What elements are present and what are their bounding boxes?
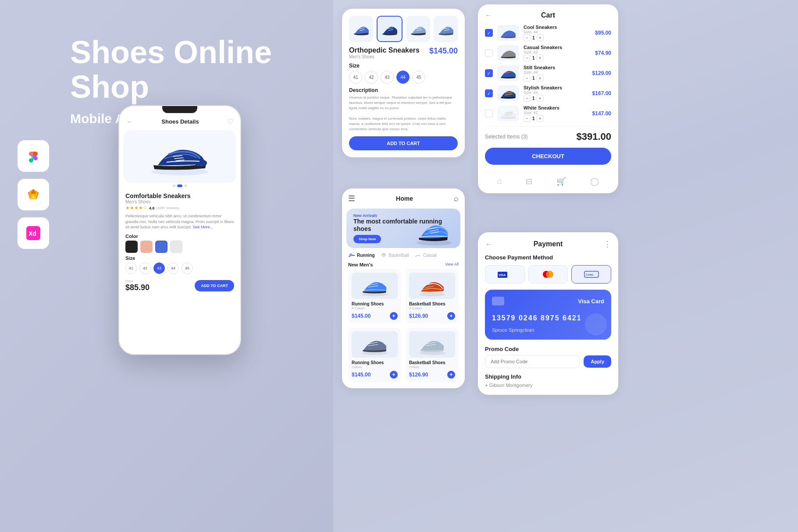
pd-size-44[interactable]: 44	[396, 71, 410, 84]
size-label-phone: Size	[119, 254, 240, 262]
home-nav-icon[interactable]: ⌂	[497, 177, 502, 186]
size-44[interactable]: 44	[167, 262, 179, 274]
size-43[interactable]: 43	[153, 262, 165, 274]
color-label: Color	[119, 232, 240, 240]
qty-plus-4[interactable]: +	[537, 95, 544, 102]
cart-check-1[interactable]: ✓	[485, 29, 493, 37]
pd-size-45[interactable]: 45	[412, 71, 425, 84]
shop-now-button[interactable]: Shop Now	[353, 235, 381, 243]
thumb-4[interactable]	[434, 16, 458, 42]
qty-minus-5[interactable]: −	[524, 115, 531, 122]
cart-item-5-qty: − 1 +	[524, 115, 588, 122]
cart-check-5[interactable]	[485, 110, 493, 117]
payment-method-1[interactable]: VISA	[485, 265, 525, 284]
qty-minus-2[interactable]: −	[524, 54, 531, 61]
cart-total: Selected Items (3) $391.00	[485, 131, 611, 142]
bookmark-nav-icon[interactable]: ⊟	[526, 177, 532, 186]
product-tile-running-2[interactable]: Running Shoes Colors $145.00 +	[348, 328, 401, 382]
cart-item-1-price: $95.00	[595, 30, 611, 36]
pd-size-43[interactable]: 43	[381, 71, 394, 84]
rating-row: ★★★★☆ 4.6 (4267 reviews)	[125, 205, 234, 211]
view-all-link[interactable]: View All	[445, 262, 459, 267]
shipping-section: Shipping Info + Gibson Montgomery	[485, 373, 611, 388]
payment-title: Payment	[534, 240, 563, 248]
home-header: ☰ Home ⌕	[342, 188, 465, 209]
cart-check-4[interactable]: ✓	[485, 89, 493, 97]
phone-notch	[162, 106, 197, 113]
promo-input[interactable]	[485, 355, 580, 368]
sketch-icon[interactable]	[18, 179, 49, 210]
search-icon[interactable]: ⌕	[454, 194, 459, 203]
size-45[interactable]: 45	[182, 262, 193, 274]
apply-button[interactable]: Apply	[584, 355, 611, 368]
cat-basketball[interactable]: Basketball	[380, 252, 409, 258]
xd-icon[interactable]: Xd	[18, 217, 49, 249]
cart-nav-icon[interactable]: 🛒	[556, 177, 566, 186]
pd-size-41[interactable]: 41	[349, 71, 362, 84]
color-white[interactable]	[170, 241, 182, 253]
thumb-3[interactable]	[406, 16, 430, 42]
add-to-cart-button[interactable]: ADD TO CART	[195, 280, 234, 291]
back-arrow-icon[interactable]: ←	[126, 118, 133, 126]
see-more-link[interactable]: See More...	[193, 225, 214, 229]
basketball-shoe-colors: 2 Colors	[409, 306, 455, 310]
cart-item-4-price: $167.00	[592, 90, 611, 96]
cat-running[interactable]: Running	[348, 252, 375, 258]
product-tile-basketball[interactable]: Basketball Shoes 2 Colors $126.90 +	[406, 269, 459, 323]
add-basketball-shoe-2-btn[interactable]: +	[447, 371, 455, 379]
figma-icon[interactable]	[18, 140, 49, 172]
add-running-shoe-2-btn[interactable]: +	[390, 371, 398, 379]
basketball-shoe-image	[409, 273, 455, 299]
cat-casual[interactable]: Casual	[414, 252, 437, 258]
cart-item-3-name: Still Sneakers	[524, 65, 588, 70]
cart-back-icon[interactable]: ←	[485, 11, 492, 19]
pd-size-42[interactable]: 42	[365, 71, 378, 84]
add-to-cart-btn[interactable]: ADD TO CART	[349, 136, 458, 150]
payment-method-3[interactable]: CARD	[571, 265, 611, 284]
qty-plus-5[interactable]: +	[537, 115, 544, 122]
phone-product-name: Comfortable Sneakers	[125, 192, 234, 199]
thumb-1[interactable]	[349, 16, 373, 42]
shipping-label: Shipping Info	[485, 373, 611, 380]
color-pink[interactable]	[140, 241, 153, 253]
profile-nav-icon[interactable]: ◯	[590, 177, 599, 186]
heart-icon[interactable]: ♡	[227, 117, 233, 126]
product-category: Men's Shoes	[349, 54, 420, 59]
cart-screen: ← Cart ✓ Cool Sneakers Size: 44 − 1 + $9…	[478, 4, 618, 193]
phone-product-category: Men's Shoes	[125, 199, 234, 204]
product-tile-running[interactable]: Running Shoes 4 Colors $145.00 +	[348, 269, 401, 323]
product-tile-basketball-2[interactable]: Basketball Shoes Colors $126.90 +	[406, 328, 459, 382]
size-42[interactable]: 42	[139, 262, 151, 274]
qty-plus-3[interactable]: +	[537, 74, 544, 82]
menu-icon[interactable]: ☰	[348, 194, 355, 203]
add-basketball-shoe-btn[interactable]: +	[447, 312, 455, 320]
color-blue[interactable]	[155, 241, 167, 253]
phone-screen: ← Shoes Details ♡	[119, 113, 240, 295]
payment-screen: ← Payment ⋮ Choose Payment Method VISA C…	[478, 232, 618, 395]
checkout-button[interactable]: CHECKOUT	[485, 148, 611, 165]
thumb-2-selected[interactable]	[377, 16, 403, 42]
more-options-icon[interactable]: ⋮	[603, 239, 611, 249]
cart-nav: ⌂ ⊟ 🛒 ◯	[485, 172, 611, 186]
price-section: Price $85.90	[125, 279, 150, 292]
cart-check-2[interactable]	[485, 49, 493, 57]
hero-banner[interactable]: New Arrivals The most comfortable runnin…	[346, 209, 460, 248]
payment-back-icon[interactable]: ←	[485, 240, 493, 249]
size-41[interactable]: 41	[125, 262, 137, 274]
cart-check-3[interactable]: ✓	[485, 69, 493, 77]
add-running-shoe-btn[interactable]: +	[390, 312, 398, 320]
qty-minus-3[interactable]: −	[524, 74, 531, 82]
qty-plus-1[interactable]: +	[537, 34, 544, 41]
description-text: Vivamus id porttitor neque. Phasellus vu…	[349, 95, 458, 132]
cart-item-2-price: $74.90	[595, 50, 611, 56]
payment-methods: VISA CARD	[485, 265, 611, 284]
color-black[interactable]	[125, 241, 138, 253]
payment-method-2[interactable]	[528, 265, 568, 284]
visa-card-top: Visa Card	[492, 297, 604, 305]
qty-plus-2[interactable]: +	[537, 54, 544, 61]
screen-title: Shoes Details	[161, 118, 199, 125]
qty-minus-1[interactable]: −	[524, 34, 531, 41]
cart-shoe-img-4	[497, 85, 519, 101]
qty-minus-4[interactable]: −	[524, 95, 531, 102]
cart-item-3-price: $129.00	[592, 70, 611, 76]
